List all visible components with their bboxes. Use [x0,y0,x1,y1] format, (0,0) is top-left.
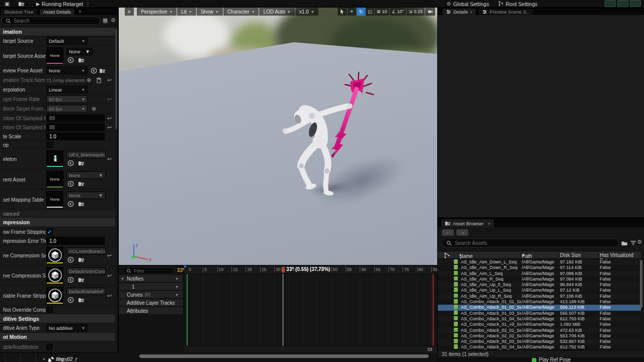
section-additive-settings[interactable]: ditive Settings [0,314,115,323]
column-header-disk-size[interactable]: Disk Size [560,252,581,258]
interpolation-dropdown[interactable]: Linear▼ [46,86,88,94]
bone-compression-dropdown[interactable]: ACLAnimBoneCo▼ [66,247,106,255]
track-row[interactable]: Attributes [119,307,183,315]
use-selected-asset-icon[interactable] [67,201,74,207]
tab-details[interactable]: Details ∧ [442,8,476,15]
scale-tool-button[interactable]: ◱ [366,8,374,16]
browse-to-asset-icon[interactable] [78,256,85,263]
asset-thumbnail[interactable]: None [46,47,63,64]
reset-to-default-icon[interactable]: ↩ [107,252,112,258]
use-selected-asset-icon[interactable] [67,160,74,166]
tab-skeleton-tree[interactable]: Skeleton Tree [0,8,38,15]
use-selected-asset-icon[interactable] [91,67,97,74]
compression-error-threshold-field[interactable]: 1.0 [46,237,105,244]
tab-preview-scene-settings[interactable]: Preview Scene S... [478,8,534,15]
reset-to-default-icon[interactable]: ↩ [107,156,112,162]
track-expand-icon[interactable]: ▼ [121,277,124,281]
running-retarget-button[interactable]: ▶ Running Retarget ⋮ [33,0,94,8]
use-selected-asset-icon[interactable] [67,57,74,63]
browse-to-asset-icon[interactable] [78,297,85,303]
column-separator[interactable] [454,252,455,258]
scale-snap-button[interactable]: ⇲0.25 [407,8,425,16]
revision-hierarchy-icon[interactable] [444,252,450,258]
asset-row[interactable]: AS_Idle_Aim_Down_L_Seq /All/Game/Mage 97… [438,259,641,265]
viewport-option-button[interactable]: Lit▼ [177,8,196,16]
asset-row[interactable]: AS_Combo_Attack_01_04_Seq /All/Game/Mage… [438,316,641,322]
additive-anim-type-dropdown[interactable]: No additive▼ [46,324,88,332]
settings-gear-icon[interactable]: ⚙ [637,239,642,245]
rotate-tool-button[interactable]: ↻ [357,8,365,16]
details-search-input[interactable]: Search [2,17,100,25]
curve-compression-thumbnail[interactable] [46,267,63,284]
asset-row[interactable]: AS_Idle_Aim_L_Seq /All/Game/Mage 97.096 … [438,271,641,277]
rate-scale-field[interactable]: 1.0 [46,132,105,140]
reset-to-default-icon[interactable]: ↩ [107,292,112,299]
timeline-view-range-bar[interactable] [184,346,437,353]
reset-to-default-icon[interactable]: ↩ [107,124,112,130]
forward-button[interactable]: → [456,229,468,236]
property-matrix-icon[interactable]: ▦ [103,17,108,24]
camera-speed-button[interactable] [425,8,435,16]
collapse-ca-icon[interactable]: ∧ [470,10,472,14]
enable-root-motion-checkbox[interactable] [46,343,53,350]
retarget-source-asset-dropdown[interactable]: None▼ [66,48,93,55]
use-selected-asset-icon[interactable] [67,180,74,187]
asset-row[interactable]: AS_Combo_Attack_01_All_Seq /All/Game/Mag… [438,322,641,327]
viewport-option-button[interactable]: Character▼ [223,8,259,16]
asset-icon[interactable]: ▣ [3,1,11,7]
asset-row[interactable]: AS_Idle_Aim_Up_0_Seq /All/Game/Mage 96.9… [438,282,641,288]
track-row[interactable]: Additive Layer Tracks [119,299,183,307]
global-settings-button[interactable]: ⚙ Global Settings [447,1,489,7]
reset-to-default-icon[interactable]: ↩ [107,96,112,103]
3d-viewport[interactable]: ≡ Perspective▼ Lit▼ Show▼ Character▼ LOD… [119,8,437,265]
browse-to-asset-icon[interactable] [78,180,85,187]
mode-button[interactable] [617,0,628,7]
browse-to-asset-icon[interactable] [78,201,85,207]
browse-to-asset-icon[interactable] [78,277,85,283]
asset-row[interactable]: AS_Combo_Attack_02_02_Seq /All/Game/Mage… [438,333,641,339]
playhead-marker[interactable] [281,266,285,273]
mapping-table-thumbnail[interactable]: None [46,191,63,208]
track-options-icon[interactable]: ▼ [175,293,179,297]
asset-row[interactable]: AS_Combo_Attack_02_01_Seq /All/Game/Mage… [438,328,641,333]
preview-character-mannequin[interactable] [236,70,397,211]
column-separator[interactable] [558,252,559,258]
asset-search-input[interactable]: Search Assets [442,238,619,247]
asset-list-scrollbar[interactable] [640,260,642,308]
preview-pose-asset-dropdown[interactable]: None▼ [46,67,88,74]
bone-compression-thumbnail[interactable] [46,247,63,264]
reset-to-default-icon[interactable]: ↩ [107,115,112,121]
mode-button[interactable] [605,0,616,7]
curve-compression-dropdown[interactable]: DefaultAnimCurv▼ [66,267,106,275]
playhead-line[interactable] [283,274,283,346]
folder-icon[interactable] [621,240,628,246]
browse-to-asset-icon[interactable] [78,160,85,166]
asset-row[interactable]: AS_Idle_Aim_Down_R_Seq /All/Game/Mage 97… [438,265,641,270]
section-animation[interactable]: imation [0,28,115,36]
use-selected-asset-icon[interactable] [67,297,74,303]
track-options-icon[interactable]: ▼ [175,277,179,281]
tab-asset-browser[interactable]: Asset Browser × [441,219,495,227]
asset-row[interactable]: AS_Combo_Attack_02_03_Seq /All/Game/Mage… [438,339,641,344]
tab-asset-details[interactable]: Asset Details [39,8,75,15]
play-ref-pose-button[interactable]: Play Ref Pose [539,357,571,362]
section-root-motion[interactable]: ot Motion [0,333,115,341]
do-not-override-checkbox[interactable] [46,307,53,313]
panel-collapse-icon[interactable]: ∧ [78,9,82,14]
move-tool-button[interactable]: + [348,8,356,16]
timeline-track-area[interactable] [184,274,437,346]
asset-row[interactable]: AS_Combo_Attack_01_02_Seq /All/Game/Mage… [438,305,641,310]
parent-asset-dropdown[interactable]: None▼ [66,171,106,179]
options-dots-icon[interactable]: ⋮ [85,1,91,7]
advanced-expander[interactable]: vanced [0,210,115,218]
viewport-option-button[interactable]: LOD Auto▼ [259,8,294,16]
asset-row[interactable]: AS_Combo_Attack_02_04_Seq /All/Game/Mage… [438,344,641,350]
close-icon[interactable]: × [488,221,491,226]
timeline-horizontal-scrollbar[interactable] [139,354,429,358]
asset-row[interactable]: AS_Combo_Attack_01_03_Seq /All/Game/Mage… [438,311,641,316]
browse-to-asset-icon[interactable] [78,57,85,63]
select-tool-button[interactable] [338,8,347,16]
track-row[interactable]: Curves(0)▼ [119,291,183,299]
add-element-icon[interactable]: ⊕ [87,77,91,83]
range-end-marker[interactable] [433,274,434,346]
